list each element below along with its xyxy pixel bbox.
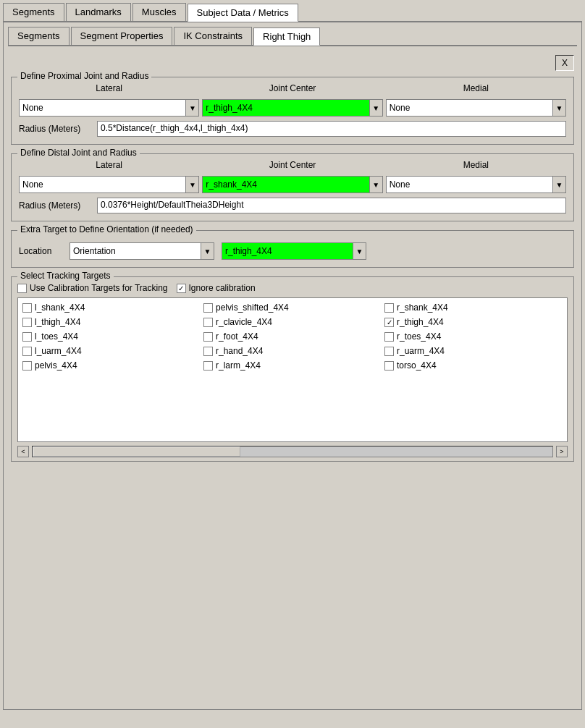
distal-joint-dropdown[interactable]: r_shank_4X4 ▼	[202, 176, 382, 193]
extra-target-arrow[interactable]: ▼	[353, 243, 366, 259]
target-checkbox-1[interactable]	[203, 303, 213, 313]
target-label-3: l_thigh_4X4	[35, 317, 80, 327]
scroll-right-arrow[interactable]: >	[556, 446, 568, 457]
tab-segment-props[interactable]: Segment Properties	[71, 27, 173, 45]
target-item-9: l_uarm_4X4	[22, 344, 201, 357]
target-checkbox-2[interactable]	[384, 303, 394, 313]
distal-joint-label: Joint Center	[202, 160, 382, 170]
calibration-row: Use Calibration Targets for Tracking Ign…	[17, 283, 568, 293]
extra-target-group: Extra Target to Define Orientation (if n…	[11, 230, 574, 268]
target-label-5: r_thigh_4X4	[397, 317, 444, 327]
target-item-6: l_toes_4X4	[22, 330, 201, 343]
target-label-14: torso_4X4	[397, 360, 437, 371]
scroll-thumb[interactable]	[33, 446, 240, 457]
distal-lateral-label: Lateral	[19, 160, 199, 170]
tab-segments-sub[interactable]: Segments	[8, 27, 70, 45]
proximal-radius-label: Radius (Meters)	[19, 124, 91, 134]
use-calib-text: Use Calibration Targets for Tracking	[30, 283, 168, 293]
target-label-2: r_shank_4X4	[397, 302, 448, 313]
distal-lateral-dropdown[interactable]: None ▼	[19, 176, 199, 193]
main-container: Segments Landmarks Muscles Subject Data …	[0, 0, 585, 728]
target-item-5: r_thigh_4X4	[384, 316, 563, 329]
target-item-3: l_thigh_4X4	[22, 316, 201, 329]
target-item-0: l_shank_4X4	[22, 301, 201, 314]
target-checkbox-7[interactable]	[203, 332, 213, 342]
ignore-calib-text: Ignore calibration	[189, 283, 256, 293]
orientation-arrow[interactable]: ▼	[201, 243, 214, 259]
target-label-8: r_toes_4X4	[397, 331, 441, 342]
targets-grid: l_shank_4X4pelvis_shifted_4X4r_shank_4X4…	[22, 301, 563, 372]
target-checkbox-5[interactable]	[384, 318, 394, 327]
distal-joint-arrow[interactable]: ▼	[369, 177, 382, 192]
location-row: Location Orientation ▼ r_thigh_4X4 ▼	[19, 242, 566, 260]
proximal-medial-dropdown[interactable]: None ▼	[386, 99, 566, 117]
target-checkbox-10[interactable]	[203, 347, 213, 356]
target-checkbox-13[interactable]	[203, 361, 213, 371]
content-area: Segments Segment Properties IK Constrain…	[3, 22, 582, 710]
scroll-track[interactable]	[32, 446, 553, 457]
proximal-lateral-dropdown[interactable]: None ▼	[19, 99, 199, 117]
sub-tab-bar: Segments Segment Properties IK Constrain…	[8, 27, 577, 46]
target-label-0: l_shank_4X4	[35, 302, 85, 313]
distal-lateral-arrow[interactable]: ▼	[185, 177, 198, 192]
target-checkbox-11[interactable]	[384, 347, 394, 356]
proximal-medial-value: None	[387, 101, 552, 114]
distal-medial-arrow[interactable]: ▼	[552, 177, 565, 192]
tab-subject-data-top[interactable]: Subject Data / Metrics	[188, 4, 298, 22]
target-label-6: l_toes_4X4	[35, 331, 78, 342]
use-calib-checkbox[interactable]	[17, 284, 27, 293]
target-item-12: pelvis_4X4	[22, 359, 201, 372]
proximal-radius-input[interactable]: 0.5*Distance(r_thigh_4x4,l_thigh_4x4)	[97, 121, 566, 137]
target-label-1: pelvis_shifted_4X4	[216, 302, 289, 313]
proximal-dropdowns: None ▼ r_thigh_4X4 ▼ None ▼	[19, 99, 566, 117]
proximal-legend: Define Proximal Joint and Radius	[17, 71, 151, 81]
distal-header-row: Lateral Joint Center Medial	[19, 160, 566, 172]
target-checkbox-14[interactable]	[384, 361, 394, 371]
distal-medial-dropdown[interactable]: None ▼	[386, 176, 566, 193]
target-checkbox-9[interactable]	[22, 347, 32, 356]
tab-landmarks-top[interactable]: Landmarks	[66, 3, 131, 21]
proximal-lateral-arrow[interactable]: ▼	[185, 100, 198, 116]
target-label-10: r_hand_4X4	[216, 346, 263, 356]
target-item-11: r_uarm_4X4	[384, 344, 563, 357]
target-label-9: l_uarm_4X4	[35, 346, 82, 356]
target-item-2: r_shank_4X4	[384, 301, 563, 314]
target-label-11: r_uarm_4X4	[397, 346, 445, 356]
tab-muscles-top[interactable]: Muscles	[132, 3, 186, 21]
proximal-joint-label: Joint Center	[202, 83, 382, 93]
target-checkbox-3[interactable]	[22, 318, 32, 327]
tab-right-thigh[interactable]: Right Thigh	[253, 27, 320, 46]
target-checkbox-0[interactable]	[22, 303, 32, 313]
target-item-10: r_hand_4X4	[203, 344, 382, 357]
tab-ik-constraints[interactable]: IK Constraints	[174, 27, 252, 45]
proximal-medial-arrow[interactable]: ▼	[552, 100, 565, 116]
distal-dropdowns: None ▼ r_shank_4X4 ▼ None ▼	[19, 176, 566, 193]
proximal-header-row: Lateral Joint Center Medial	[19, 83, 566, 95]
use-calib-label[interactable]: Use Calibration Targets for Tracking	[17, 283, 168, 293]
target-item-8: r_toes_4X4	[384, 330, 563, 343]
ignore-calib-checkbox[interactable]	[177, 284, 186, 293]
target-item-4: r_clavicle_4X4	[203, 316, 382, 329]
distal-lateral-value: None	[20, 178, 185, 191]
orientation-dropdown[interactable]: Orientation ▼	[70, 242, 214, 260]
proximal-joint-dropdown[interactable]: r_thigh_4X4 ▼	[202, 99, 382, 117]
distal-legend: Define Distal Joint and Radius	[17, 148, 140, 158]
scrollbar-row: < >	[17, 445, 568, 458]
distal-radius-input[interactable]: 0.0376*Height/DefaultTheia3DHeight	[97, 198, 566, 213]
close-button[interactable]: X	[555, 55, 574, 71]
scroll-left-arrow[interactable]: <	[17, 446, 29, 457]
tracking-legend: Select Tracking Targets	[17, 271, 114, 281]
distal-radius-row: Radius (Meters) 0.0376*Height/DefaultThe…	[19, 198, 566, 213]
target-checkbox-6[interactable]	[22, 332, 32, 342]
distal-radius-label: Radius (Meters)	[19, 200, 91, 211]
ignore-calib-label[interactable]: Ignore calibration	[177, 283, 256, 293]
target-checkbox-4[interactable]	[203, 318, 213, 327]
target-checkbox-12[interactable]	[22, 361, 32, 371]
proximal-joint-arrow[interactable]: ▼	[369, 100, 382, 116]
proximal-lateral-label: Lateral	[19, 83, 199, 93]
target-checkbox-8[interactable]	[384, 332, 394, 342]
distal-medial-value: None	[387, 178, 552, 191]
extra-target-dropdown[interactable]: r_thigh_4X4 ▼	[222, 242, 366, 260]
distal-group: Define Distal Joint and Radius Lateral J…	[11, 153, 574, 221]
tab-segments-top[interactable]: Segments	[3, 3, 64, 21]
